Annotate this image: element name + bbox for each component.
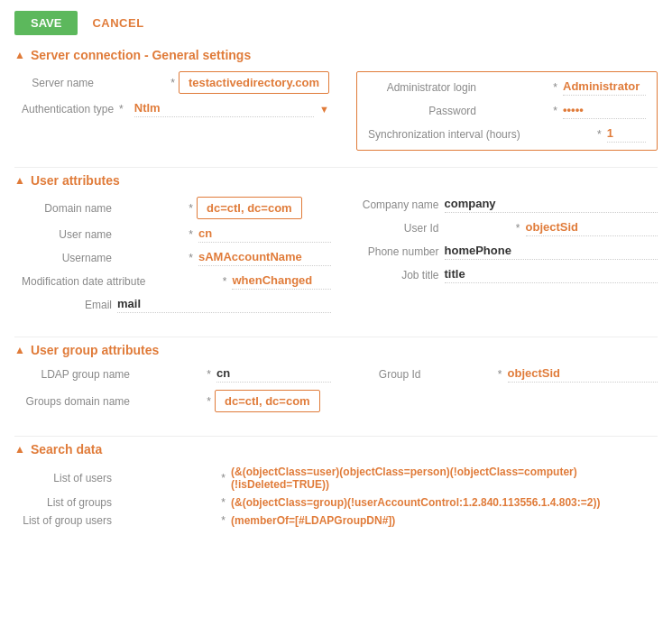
password-label: Password bbox=[368, 105, 476, 117]
user-attributes-header: ▲ User attributes bbox=[14, 173, 658, 188]
admin-login-field: Administrator login * Administrator bbox=[368, 79, 646, 96]
email-value[interactable]: mail bbox=[117, 297, 331, 313]
domain-name-label: Domain name bbox=[22, 202, 112, 215]
sync-interval-required: * bbox=[520, 128, 602, 141]
auth-type-value: Ntlm bbox=[134, 101, 314, 117]
password-field: Password * ••••• bbox=[368, 103, 646, 119]
search-data-chevron-icon[interactable]: ▲ bbox=[14, 443, 25, 456]
user-name-label: User name bbox=[22, 228, 112, 241]
phone-number-value[interactable]: homePhone bbox=[445, 244, 658, 260]
job-title-value[interactable]: title bbox=[445, 267, 658, 283]
ldap-group-name-field: LDAP group name * cn bbox=[22, 366, 331, 383]
server-name-label: Server name bbox=[22, 77, 94, 89]
server-name-value[interactable]: testactivedirectory.com bbox=[179, 71, 329, 94]
list-group-users-required: * bbox=[117, 514, 226, 527]
company-name-label: Company name bbox=[349, 198, 439, 211]
user-name-required: * bbox=[112, 228, 193, 241]
mod-date-value[interactable]: whenChanged bbox=[232, 273, 330, 290]
list-groups-value[interactable]: (&(objectClass=group)(!userAccountContro… bbox=[231, 496, 600, 509]
groups-domain-name-label: Groups domain name bbox=[22, 395, 130, 408]
mod-date-required: * bbox=[145, 275, 226, 288]
list-users-value[interactable]: (&(objectClass=user)(objectClass=person)… bbox=[231, 466, 658, 491]
company-name-value[interactable]: company bbox=[445, 197, 658, 213]
server-connection-title: Server connection - General settings bbox=[31, 48, 251, 62]
group-id-value[interactable]: objectSid bbox=[508, 366, 658, 383]
group-id-required: * bbox=[421, 368, 502, 381]
list-users-required: * bbox=[117, 472, 226, 484]
server-connection-section: ▲ Server connection - General settings S… bbox=[14, 48, 658, 151]
user-group-attributes-grid: LDAP group name * cn Groups domain name … bbox=[14, 366, 658, 420]
auth-type-label: Authentication type bbox=[22, 103, 114, 115]
domain-name-required: * bbox=[112, 202, 193, 215]
save-button[interactable]: SAVE bbox=[14, 11, 78, 35]
cancel-button[interactable]: CANCEL bbox=[92, 16, 143, 30]
user-name-value[interactable]: cn bbox=[198, 226, 331, 243]
user-id-field: User Id * objectSid bbox=[349, 220, 658, 236]
user-name-field: User name * cn bbox=[22, 226, 331, 243]
password-value[interactable]: ••••• bbox=[563, 103, 646, 119]
server-name-required: * bbox=[94, 77, 175, 89]
user-id-value[interactable]: objectSid bbox=[526, 220, 658, 236]
user-attributes-title: User attributes bbox=[31, 173, 120, 188]
ldap-group-name-value[interactable]: cn bbox=[216, 366, 331, 383]
mod-date-label: Modification date attribute bbox=[22, 275, 145, 288]
list-group-users-field: List of group users * (memberOf=[#LDAPGr… bbox=[22, 514, 658, 527]
toolbar: SAVE CANCEL bbox=[14, 11, 658, 35]
list-groups-label: List of groups bbox=[22, 496, 112, 509]
admin-login-value[interactable]: Administrator bbox=[563, 79, 646, 96]
user-id-required: * bbox=[439, 222, 520, 235]
sync-interval-value[interactable]: 1 bbox=[607, 126, 646, 143]
groups-domain-name-field: Groups domain name * dc=ctl, dc=com bbox=[22, 390, 331, 412]
user-group-attributes-chevron-icon[interactable]: ▲ bbox=[14, 344, 25, 356]
mod-date-field: Modification date attribute * whenChange… bbox=[22, 273, 331, 290]
user-attributes-right: Company name company User Id * objectSid… bbox=[349, 197, 658, 320]
user-attributes-grid: Domain name * dc=ctl, dc=com User name *… bbox=[14, 197, 658, 320]
user-attributes-section: ▲ User attributes Domain name * dc=ctl, … bbox=[14, 173, 658, 320]
user-group-attributes-section: ▲ User group attributes LDAP group name … bbox=[14, 343, 658, 420]
sync-interval-label: Synchronization interval (hours) bbox=[368, 128, 520, 141]
groups-domain-name-value[interactable]: dc=ctl, dc=com bbox=[215, 390, 320, 412]
email-field: Email mail bbox=[22, 297, 331, 313]
password-required: * bbox=[476, 105, 557, 117]
username-label: Username bbox=[22, 252, 112, 264]
groups-domain-name-required: * bbox=[130, 395, 211, 408]
job-title-label: Job title bbox=[349, 269, 439, 281]
group-id-field: Group Id * objectSid bbox=[349, 366, 658, 383]
group-id-label: Group Id bbox=[349, 368, 421, 381]
list-group-users-value[interactable]: (memberOf=[#LDAPGroupDN#]) bbox=[231, 514, 395, 527]
server-connection-chevron-icon[interactable]: ▲ bbox=[14, 49, 25, 61]
phone-number-label: Phone number bbox=[349, 245, 439, 258]
domain-name-value[interactable]: dc=ctl, dc=com bbox=[197, 197, 302, 219]
list-group-users-label: List of group users bbox=[22, 514, 112, 527]
admin-login-required: * bbox=[476, 81, 557, 94]
ldap-group-name-label: LDAP group name bbox=[22, 368, 130, 381]
sync-interval-field: Synchronization interval (hours) * 1 bbox=[368, 126, 646, 143]
list-groups-field: List of groups * (&(objectClass=group)(!… bbox=[22, 496, 658, 509]
email-label: Email bbox=[22, 299, 112, 311]
server-connection-header: ▲ Server connection - General settings bbox=[14, 48, 658, 62]
list-groups-required: * bbox=[117, 496, 226, 509]
username-value[interactable]: sAMAccountName bbox=[198, 250, 331, 266]
user-group-right: Group Id * objectSid bbox=[349, 366, 658, 420]
auth-type-dropdown-icon[interactable]: ▼ bbox=[319, 104, 329, 115]
search-data-section: ▲ Search data List of users * (&(objectC… bbox=[14, 442, 658, 527]
user-attributes-chevron-icon[interactable]: ▲ bbox=[14, 174, 25, 187]
server-connection-right: Administrator login * Administrator Pass… bbox=[356, 71, 658, 151]
search-data-header: ▲ Search data bbox=[14, 442, 658, 457]
user-group-attributes-header: ▲ User group attributes bbox=[14, 343, 658, 357]
username-field: Username * sAMAccountName bbox=[22, 250, 331, 266]
server-name-field: Server name * testactivedirectory.com bbox=[22, 71, 329, 94]
auth-type-required: * bbox=[119, 103, 124, 115]
admin-login-label: Administrator login bbox=[368, 81, 476, 94]
search-data-title: Search data bbox=[31, 442, 102, 457]
phone-number-field: Phone number homePhone bbox=[349, 244, 658, 260]
list-users-field: List of users * (&(objectClass=user)(obj… bbox=[22, 466, 658, 491]
list-users-label: List of users bbox=[22, 472, 112, 484]
ldap-group-name-required: * bbox=[130, 368, 211, 381]
job-title-field: Job title title bbox=[349, 267, 658, 283]
user-group-left: LDAP group name * cn Groups domain name … bbox=[22, 366, 331, 420]
user-id-label: User Id bbox=[349, 222, 439, 235]
server-connection-grid: Server name * testactivedirectory.com Au… bbox=[14, 71, 658, 151]
company-name-field: Company name company bbox=[349, 197, 658, 213]
user-group-attributes-title: User group attributes bbox=[31, 343, 159, 357]
